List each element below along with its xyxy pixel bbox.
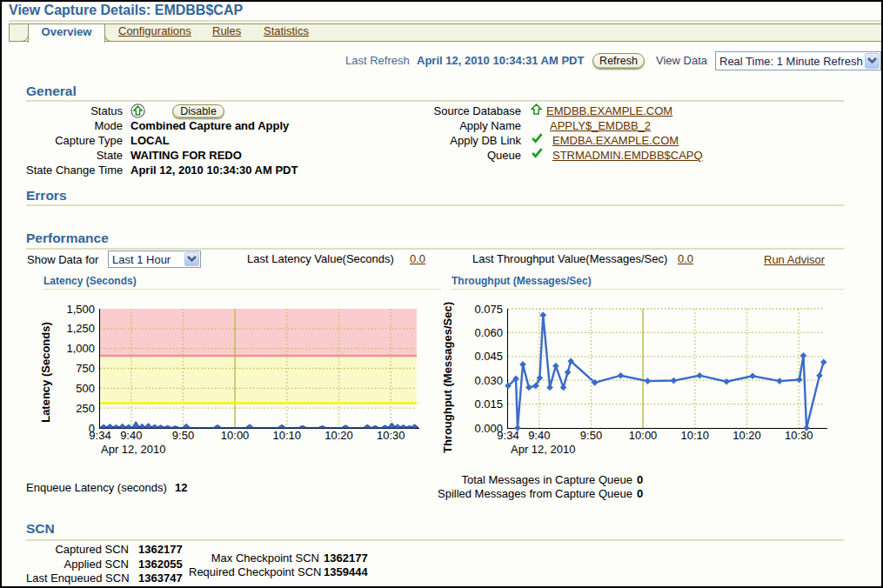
- svg-text:10:10: 10:10: [273, 429, 302, 442]
- svg-text:Apr 12, 2010: Apr 12, 2010: [511, 443, 575, 456]
- svg-text:9:50: 9:50: [172, 429, 194, 442]
- svg-text:Latency (Seconds): Latency (Seconds): [39, 322, 52, 423]
- svg-text:250: 250: [76, 402, 95, 415]
- svg-text:10:20: 10:20: [732, 429, 761, 442]
- svg-text:10:30: 10:30: [377, 429, 405, 442]
- svg-text:10:30: 10:30: [785, 429, 813, 442]
- svg-text:500: 500: [76, 382, 95, 395]
- svg-text:0.060: 0.060: [474, 326, 503, 339]
- svg-text:10:20: 10:20: [324, 429, 353, 442]
- svg-text:9:34: 9:34: [89, 429, 110, 442]
- svg-text:0.075: 0.075: [474, 303, 503, 316]
- svg-text:Throughput (Messages/Sec): Throughput (Messages/Sec): [441, 302, 454, 453]
- svg-text:10:10: 10:10: [681, 429, 710, 442]
- svg-text:10:00: 10:00: [221, 429, 250, 442]
- svg-text:0.045: 0.045: [474, 350, 503, 363]
- svg-text:1,500: 1,500: [66, 303, 95, 316]
- svg-text:1,000: 1,000: [66, 342, 95, 355]
- svg-text:0.030: 0.030: [474, 374, 503, 387]
- svg-text:0.015: 0.015: [474, 398, 503, 411]
- svg-text:Apr 12, 2010: Apr 12, 2010: [101, 443, 165, 456]
- svg-text:9:50: 9:50: [580, 429, 602, 442]
- svg-text:9:40: 9:40: [120, 429, 142, 442]
- svg-text:750: 750: [76, 362, 95, 375]
- svg-text:1,250: 1,250: [66, 322, 95, 335]
- svg-text:9:40: 9:40: [528, 429, 550, 442]
- svg-text:9:34: 9:34: [497, 429, 518, 442]
- svg-text:10:00: 10:00: [629, 429, 658, 442]
